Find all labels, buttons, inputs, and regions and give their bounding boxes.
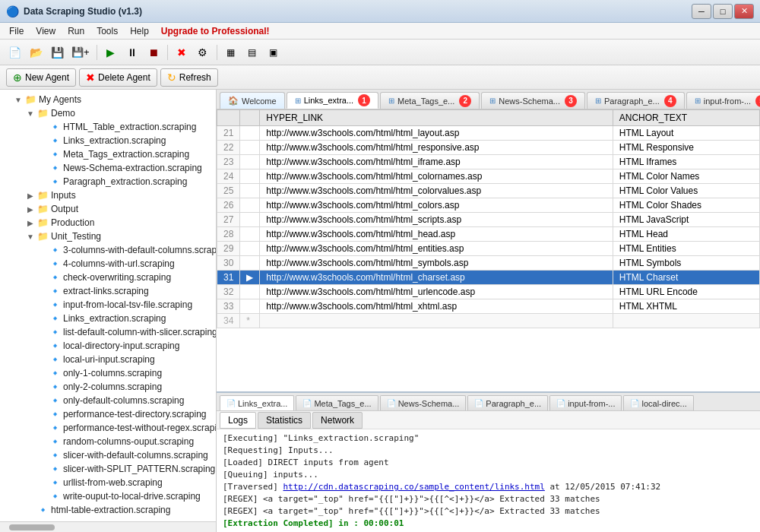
tree-para[interactable]: 🔹 Paragraph_extraction.scraping <box>0 175 216 188</box>
tab-news[interactable]: ⊞ News-Schema... 3 <box>481 92 585 109</box>
unit-expander[interactable]: ▼ <box>24 233 36 241</box>
menu-help[interactable]: Help <box>124 24 155 38</box>
data-table-container[interactable]: HYPER_LINK ANCHOR_TEXT 21http://www.w3sc… <box>217 109 760 391</box>
list-item[interactable]: 🔹local-directory-input.scraping <box>0 339 216 353</box>
tree-demo[interactable]: ▼ 📁 Demo <box>0 106 216 120</box>
log-tab-statistics[interactable]: Statistics <box>258 412 311 429</box>
production-expander[interactable]: ▶ <box>24 219 36 227</box>
menu-upgrade[interactable]: Upgrade to Professional! <box>155 24 276 38</box>
bottom-tab-meta[interactable]: 📄 Meta_Tags_e... <box>296 395 378 410</box>
bottom-tab-links[interactable]: 📄 Links_extra... <box>220 395 294 410</box>
table-row[interactable]: 24http://www.w3schools.com/html/html_col… <box>217 169 760 184</box>
col-anchor[interactable]: ANCHOR_TEXT <box>613 110 759 126</box>
delete-agent-button[interactable]: ✖ Delete Agent <box>79 68 157 87</box>
tree-meta[interactable]: 🔹 Meta_Tags_extraction.scraping <box>0 147 216 161</box>
list-item[interactable]: 🔹write-ouput-to-local-drive.scraping <box>0 489 216 503</box>
list-item[interactable]: 🔹only-2-columns.scraping <box>0 380 216 394</box>
table-row[interactable]: 33http://www.w3schools.com/html/html_xht… <box>217 299 760 314</box>
tree-html-table[interactable]: 🔹 HTML_Table_extraction.scraping <box>0 120 216 134</box>
bottom-tab-news[interactable]: 📄 News-Schema... <box>380 395 467 410</box>
tree-container[interactable]: ▼ 📁 My Agents ▼ 📁 Demo 🔹 HTML_Table_extr… <box>0 90 216 521</box>
demo-expander[interactable]: ▼ <box>24 109 36 118</box>
list-item[interactable]: 🔹random-columns-ouput.scraping <box>0 435 216 448</box>
list-item[interactable]: 🔹performance-test-without-regex.scraping <box>0 421 216 435</box>
menu-file[interactable]: File <box>3 24 30 38</box>
toolbar-pause[interactable]: ⏸ <box>122 43 142 62</box>
log-link[interactable]: http://cdn.datascraping.co/sample_conten… <box>283 482 544 492</box>
toolbar-run[interactable]: ▶ <box>101 43 121 62</box>
toolbar-save-as[interactable]: 💾+ <box>68 43 93 62</box>
sidebar-hscroll[interactable] <box>0 521 216 532</box>
table-row[interactable]: 31▶http://www.w3schools.com/html/html_ch… <box>217 271 760 285</box>
tree-root[interactable]: ▼ 📁 My Agents <box>0 93 216 106</box>
toolbar-save[interactable]: 💾 <box>47 43 67 62</box>
list-item[interactable]: 🔹check-overwriting.scraping <box>0 271 216 284</box>
toolbar-open[interactable]: 📂 <box>26 43 46 62</box>
list-item[interactable]: 🔹4-columns-with-url.scraping <box>0 257 216 271</box>
tab-input[interactable]: ⊞ input-from-... 5 <box>686 92 760 109</box>
table-row[interactable]: 23http://www.w3schools.com/html/html_ifr… <box>217 155 760 169</box>
bottom-tab-local[interactable]: 📄 local-direc... <box>623 395 693 410</box>
table-row[interactable]: 21http://www.w3schools.com/html/html_lay… <box>217 126 760 141</box>
new-agent-button[interactable]: ⊕ New Agent <box>6 68 76 87</box>
toolbar-view2[interactable]: ▤ <box>242 43 262 62</box>
toolbar-view3[interactable]: ▣ <box>264 43 283 62</box>
output-folder-icon: 📁 <box>36 203 49 215</box>
root-expander[interactable]: ▼ <box>12 96 24 104</box>
file-label: HTML_Table_extraction.scraping <box>63 122 196 132</box>
list-item[interactable]: 🔹only-1-columns.scraping <box>0 366 216 380</box>
list-item[interactable]: 🔹slicer-with-SPLIT_PATTERN.scraping <box>0 462 216 476</box>
minimize-button[interactable]: ─ <box>692 4 711 19</box>
table-row[interactable]: 27http://www.w3schools.com/html/html_scr… <box>217 213 760 227</box>
tree-news[interactable]: 🔹 News-Schema-extraction.scraping <box>0 161 216 175</box>
f-icon: 🔹 <box>49 367 61 379</box>
table-row[interactable]: 29http://www.w3schools.com/html/html_ent… <box>217 242 760 256</box>
list-item[interactable]: 🔹only-default-columns.scraping <box>0 394 216 407</box>
tab-links[interactable]: ⊞ Links_extra... 1 <box>287 92 378 109</box>
table-row[interactable]: 30http://www.w3schools.com/html/html_sym… <box>217 256 760 271</box>
menu-view[interactable]: View <box>30 24 62 38</box>
table-row[interactable]: 22http://www.w3schools.com/html/html_res… <box>217 141 760 155</box>
toolbar-stop[interactable]: ⏹ <box>144 43 163 62</box>
output-expander[interactable]: ▶ <box>24 205 36 214</box>
list-item[interactable]: 🔹Links_extraction.scraping <box>0 312 216 325</box>
table-row[interactable]: 25http://www.w3schools.com/html/html_col… <box>217 184 760 198</box>
tree-html-table-root[interactable]: 🔹 html-table-extraction.scraping <box>0 503 216 517</box>
toolbar-new-file[interactable]: 📄 <box>5 43 24 62</box>
log-tab-logs[interactable]: Logs <box>220 412 256 429</box>
refresh-button[interactable]: ↻ Refresh <box>160 68 218 87</box>
tab-para[interactable]: ⊞ Paragraph_e... 4 <box>587 92 685 109</box>
log-content[interactable]: [Executing] "Links_extraction.scraping"[… <box>217 429 760 532</box>
inputs-expander[interactable]: ▶ <box>24 192 36 200</box>
table-row[interactable]: 32http://www.w3schools.com/html/html_url… <box>217 285 760 299</box>
list-item[interactable]: 🔹slicer-with-default-columns.scraping <box>0 448 216 462</box>
toolbar-view1[interactable]: ▦ <box>221 43 241 62</box>
tree-production[interactable]: ▶ 📁 Production <box>0 216 216 230</box>
tree-links-extraction[interactable]: 🔹 Links_extraction.scraping <box>0 134 216 147</box>
list-item[interactable]: 🔹local-uri-input.scraping <box>0 353 216 366</box>
tree-inputs[interactable]: ▶ 📁 Inputs <box>0 188 216 202</box>
list-item[interactable]: 🔹3-columns-with-default-columns.scraping <box>0 243 216 257</box>
list-item[interactable]: 🔹list-default-column-with-slicer.scrapin… <box>0 325 216 339</box>
tree-unit-testing[interactable]: ▼ 📁 Unit_Testing <box>0 230 216 243</box>
close-button[interactable]: ✕ <box>734 4 754 19</box>
table-row[interactable]: 26http://www.w3schools.com/html/html_col… <box>217 198 760 213</box>
tab-meta[interactable]: ⊞ Meta_Tags_e... 2 <box>380 92 480 109</box>
tab-welcome[interactable]: 🏠 Welcome <box>220 92 285 109</box>
log-tab-network[interactable]: Network <box>312 412 363 429</box>
toolbar-settings[interactable]: ⚙ <box>193 43 213 62</box>
bottom-tab-para[interactable]: 📄 Paragraph_e... <box>467 395 548 410</box>
list-item[interactable]: 🔹performance-test-directory.scraping <box>0 407 216 421</box>
menu-run[interactable]: Run <box>62 24 90 38</box>
list-item[interactable]: 🔹input-from-local-tsv-file.scraping <box>0 298 216 312</box>
toolbar-delete[interactable]: ✖ <box>172 43 192 62</box>
list-item[interactable]: 🔹urllist-from-web.scraping <box>0 476 216 489</box>
col-hyperlink[interactable]: HYPER_LINK <box>260 110 613 126</box>
maximize-button[interactable]: □ <box>713 4 733 19</box>
menu-tools[interactable]: Tools <box>90 24 124 38</box>
bottom-tab-input[interactable]: 📄 input-from-... <box>549 395 622 410</box>
table-row[interactable]: 34* <box>217 314 760 328</box>
table-row[interactable]: 28http://www.w3schools.com/html/html_hea… <box>217 227 760 242</box>
list-item[interactable]: 🔹extract-links.scraping <box>0 284 216 298</box>
tree-output[interactable]: ▶ 📁 Output <box>0 202 216 216</box>
